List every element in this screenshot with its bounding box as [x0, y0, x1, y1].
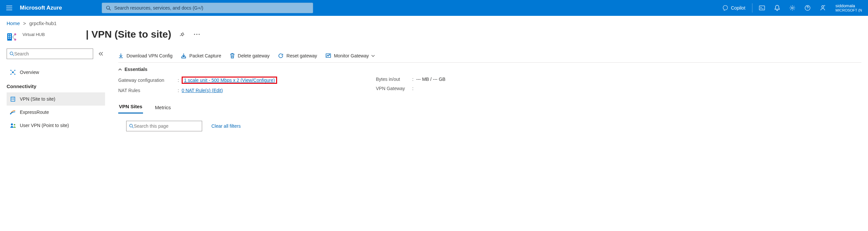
help-icon — [805, 5, 810, 11]
svg-point-35 — [14, 124, 16, 126]
monitor-gateway-button[interactable]: Monitor Gateway — [326, 53, 375, 58]
gateway-config-label: Gateway configuration — [118, 77, 178, 83]
download-vpn-config-button[interactable]: Download VPN Config — [118, 53, 173, 58]
copilot-label: Copilot — [731, 5, 745, 10]
vpn-gateway-label: VPN Gateway — [376, 86, 412, 91]
building-icon — [10, 96, 16, 102]
user-vpn-icon — [10, 123, 16, 128]
global-search[interactable] — [102, 3, 313, 13]
svg-line-27 — [13, 73, 14, 74]
sidebar-item-label: ExpressRoute — [20, 109, 49, 115]
ellipsis-icon — [194, 33, 200, 35]
svg-line-18 — [12, 55, 14, 56]
svg-point-36 — [194, 34, 195, 35]
tool-label: Delete gateway — [238, 53, 270, 58]
svg-rect-28 — [11, 97, 15, 101]
sidebar-item-label: User VPN (Point to site) — [20, 123, 69, 128]
svg-point-33 — [10, 113, 11, 114]
breadcrumb-current: grpcfix-hub1 — [29, 21, 57, 26]
settings-button[interactable] — [785, 1, 799, 15]
topbar-right: Copilot siddomala MICROSOFT (N — [718, 1, 865, 15]
nat-rules-link[interactable]: 0 NAT Rule(s) (Edit) — [182, 88, 223, 93]
essentials-label: Essentials — [125, 67, 147, 72]
clear-filters-link[interactable]: Clear all filters — [211, 124, 241, 129]
gear-icon — [789, 5, 795, 11]
chevron-up-icon — [118, 68, 122, 71]
trash-icon — [230, 53, 235, 58]
tab-vpn-sites[interactable]: VPN Sites — [118, 101, 143, 113]
delete-gateway-button[interactable]: Delete gateway — [230, 53, 270, 58]
hamburger-icon — [6, 6, 12, 10]
tool-label: Reset gateway — [286, 53, 317, 58]
svg-rect-39 — [182, 57, 186, 58]
sidebar-item-expressroute[interactable]: ExpressRoute — [7, 106, 105, 119]
svg-point-5 — [822, 6, 824, 8]
nat-rules-label: NAT Rules — [118, 88, 178, 93]
chevron-down-icon — [371, 55, 375, 57]
sidebar: Virtual HUB Overview Connectivity VPN (S… — [7, 30, 109, 227]
svg-line-42 — [132, 127, 133, 128]
pin-button[interactable] — [177, 30, 186, 39]
cloud-shell-icon — [759, 5, 765, 10]
sidebar-search-input[interactable] — [14, 51, 90, 57]
svg-rect-9 — [8, 36, 9, 37]
more-button[interactable] — [192, 30, 202, 39]
brand-label[interactable]: Microsoft Azure — [20, 5, 62, 11]
packet-capture-button[interactable]: Packet Capture — [181, 53, 221, 58]
svg-rect-10 — [10, 36, 11, 37]
user-account-button[interactable]: siddomala MICROSOFT (N — [831, 3, 865, 13]
gateway-config-link[interactable]: 1 scale unit - 500 Mbps x 2 (View/Config… — [184, 77, 275, 83]
sidebar-search[interactable] — [7, 48, 93, 59]
copilot-icon — [722, 5, 728, 11]
content-title-row: | VPN (Site to site) — [86, 29, 202, 40]
resource-type: Virtual HUB — [23, 32, 45, 37]
global-search-input[interactable] — [114, 5, 309, 10]
sidebar-item-label: Overview — [20, 70, 39, 75]
search-icon — [106, 6, 111, 10]
svg-point-38 — [199, 34, 200, 35]
breadcrumb-home[interactable]: Home — [7, 21, 20, 26]
essentials-toggle[interactable]: Essentials — [118, 67, 861, 72]
svg-rect-30 — [13, 98, 14, 99]
sidebar-item-user-vpn[interactable]: User VPN (Point to site) — [7, 119, 105, 132]
page: Virtual HUB Overview Connectivity VPN (S… — [0, 29, 868, 227]
feedback-button[interactable] — [816, 1, 830, 15]
hamburger-menu-button[interactable] — [5, 3, 14, 12]
tool-label: Packet Capture — [189, 53, 221, 58]
sidebar-item-overview[interactable]: Overview — [7, 66, 105, 79]
page-search-input[interactable] — [134, 124, 199, 129]
pin-icon — [179, 32, 184, 37]
overview-icon — [10, 69, 16, 75]
help-button[interactable] — [801, 1, 814, 15]
svg-point-41 — [129, 124, 132, 127]
command-bar: Download VPN Config Packet Capture Delet… — [118, 53, 861, 63]
tool-label: Monitor Gateway — [334, 53, 369, 58]
sidebar-item-label: VPN (Site to site) — [20, 96, 55, 102]
svg-line-26 — [11, 73, 12, 74]
page-filter-row: Clear all filters — [118, 121, 861, 131]
svg-line-25 — [13, 71, 14, 72]
bytes-label: Bytes in/out — [376, 76, 412, 82]
cloud-shell-button[interactable] — [755, 1, 769, 15]
expressroute-icon — [10, 109, 16, 115]
notifications-button[interactable] — [770, 1, 784, 15]
chevron-double-left-icon — [98, 52, 103, 56]
essentials: Gateway configuration : 1 scale unit - 5… — [118, 76, 861, 93]
tab-metrics[interactable]: Metrics — [154, 102, 172, 113]
svg-point-3 — [792, 7, 793, 8]
search-icon — [129, 124, 134, 128]
tab-row: VPN Sites Metrics — [118, 101, 861, 113]
sidebar-item-vpn-site-to-site[interactable]: VPN (Site to site) — [7, 92, 105, 106]
breadcrumb-separator: > — [23, 21, 26, 26]
svg-line-1 — [109, 8, 111, 10]
collapse-sidebar-button[interactable] — [96, 50, 105, 58]
page-search[interactable] — [126, 121, 202, 131]
svg-rect-8 — [10, 34, 11, 35]
svg-point-37 — [196, 34, 197, 35]
user-org: MICROSOFT (N — [836, 8, 862, 12]
azure-topbar: Microsoft Azure Copilot siddomala MICROS… — [0, 0, 868, 16]
copilot-button[interactable]: Copilot — [718, 3, 749, 13]
tool-label: Download VPN Config — [126, 53, 173, 58]
reset-gateway-button[interactable]: Reset gateway — [278, 53, 317, 58]
refresh-icon — [278, 53, 283, 58]
